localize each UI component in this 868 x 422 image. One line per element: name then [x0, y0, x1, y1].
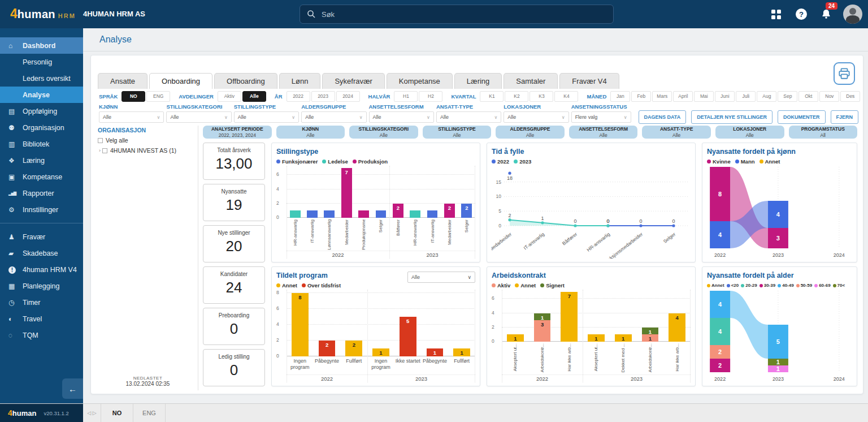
app-logo[interactable]: 4humanHRM: [10, 6, 76, 21]
filter-select[interactable]: Flere valg∨: [571, 111, 631, 123]
summary-chip-kj-nn[interactable]: KJØNNAlle: [276, 126, 345, 139]
x-axis-label: Medarbeider: [441, 219, 458, 250]
bar-value-label: 1: [427, 350, 444, 356]
org-node-checkbox[interactable]: [102, 148, 107, 153]
summary-chip-aldersgruppe[interactable]: ALDERSGRUPPEAlle: [496, 126, 565, 139]
language-tab-no[interactable]: NO: [101, 404, 133, 422]
legend-item: <20: [727, 283, 739, 288]
sidebar-item-travel[interactable]: ◐Travel: [0, 311, 83, 327]
tab-l-nn[interactable]: Lønn: [279, 73, 321, 89]
filter-select[interactable]: Alle∨: [504, 111, 568, 123]
filter-option-des[interactable]: Des: [840, 91, 860, 102]
filter-option-mai[interactable]: Mai: [694, 91, 714, 102]
sidebar-item-analyse[interactable]: Analyse: [0, 87, 83, 103]
summary-chip-lokasjoner[interactable]: LOKASJONERAlle: [715, 126, 784, 139]
select-all-row[interactable]: Velg alle: [98, 137, 198, 144]
filter-option-h2[interactable]: H2: [419, 91, 442, 102]
filter-select[interactable]: Alle∨: [436, 111, 501, 123]
filter-option-mars[interactable]: Mars: [652, 91, 672, 102]
filter-option-okt[interactable]: Okt: [798, 91, 818, 102]
button-dokumenter[interactable]: DOKUMENTER: [778, 110, 826, 124]
sidebar-item-skadebase[interactable]: ▰Skadebase: [0, 245, 83, 261]
tab-sykefrav-r[interactable]: Sykefravær: [322, 73, 384, 89]
sidebar-item-oppf-lging[interactable]: ▤Oppfølging: [0, 103, 83, 119]
sidebar-collapse-button[interactable]: ←: [62, 378, 83, 399]
expand-node-icon[interactable]: ›: [99, 148, 101, 153]
tab-l-ring[interactable]: Læring: [454, 73, 502, 89]
filter-option-aug[interactable]: Aug: [757, 91, 776, 102]
filter-option-2024[interactable]: 2024: [336, 91, 360, 102]
button-detaljer-nye-stillinger[interactable]: DETALJER NYE STILLINGER: [691, 110, 772, 124]
button-dagens-data[interactable]: DAGENS DATA: [639, 110, 687, 124]
sidebar-item-innstillinger[interactable]: ⚙Innstillinger: [0, 201, 83, 218]
filter-option-no[interactable]: NO: [121, 91, 145, 102]
filter-select[interactable]: Alle∨: [301, 111, 366, 123]
filter-option-eng[interactable]: ENG: [146, 91, 170, 102]
filter-option-nov[interactable]: Nov: [819, 91, 839, 102]
filter-option-jan[interactable]: Jan: [610, 91, 630, 102]
summary-chip-stillingskategori[interactable]: STILLINGSKATEGORIAlle: [349, 126, 418, 139]
filter-option-juni[interactable]: Juni: [715, 91, 735, 102]
chart-filter-select[interactable]: Alle∨: [407, 272, 475, 283]
tab-kompetanse[interactable]: Kompetanse: [387, 73, 453, 89]
print-button[interactable]: [834, 62, 855, 85]
sidebar-item-personlig[interactable]: Personlig: [0, 54, 83, 70]
filter-select[interactable]: Alle∨: [234, 111, 299, 123]
summary-chip-ansettelsesform[interactable]: ANSETTELSESFORMAlle: [569, 126, 638, 139]
search-bar[interactable]: [300, 5, 614, 24]
search-input[interactable]: [322, 10, 593, 19]
tab-onboarding[interactable]: Onboarding: [149, 73, 212, 89]
filter-option-h1[interactable]: H1: [394, 91, 418, 102]
sidebar-item-kompetanse[interactable]: ▣Kompetanse: [0, 169, 83, 185]
footer-brand: 4human v20.31.1.2: [0, 404, 83, 422]
data-point-label: 0: [606, 218, 609, 224]
tab-scroll-arrows[interactable]: ◁ ▷: [83, 404, 101, 422]
filter-select[interactable]: Alle∨: [166, 111, 231, 123]
sidebar-item-rapporter[interactable]: ▂▅▇Rapporter: [0, 185, 83, 201]
summary-chip-stillingstype[interactable]: STILLINGSTYPEAlle: [423, 126, 492, 139]
filter-option-feb[interactable]: Feb: [631, 91, 651, 102]
sidebar-item-organisasjon[interactable]: ⚉Organisasjon: [0, 119, 83, 136]
filter-option-2023[interactable]: 2023: [311, 91, 335, 102]
filter-select[interactable]: Alle∨: [99, 111, 164, 123]
sidebar-item-tqm[interactable]: ◌TQM: [0, 327, 83, 343]
tab-frav-r-v4[interactable]: Fravær V4: [559, 73, 619, 89]
sidebar-item-l-ring[interactable]: ❖Læring: [0, 152, 83, 169]
sidebar-item-frav-r[interactable]: ♟Fravær: [0, 229, 83, 245]
button-fjern[interactable]: FJERN: [831, 110, 859, 124]
filter-label: STILLINGSTYPE: [234, 104, 295, 110]
sidebar-item-timer[interactable]: ◷Timer: [0, 294, 83, 311]
tab-offboarding[interactable]: Offboarding: [214, 73, 277, 89]
apps-grid-icon[interactable]: [771, 10, 781, 19]
sidebar-item-4human-hrm-v4[interactable]: !4human HRM V4: [0, 261, 83, 278]
tab-ansatte[interactable]: Ansatte: [98, 73, 147, 89]
filter-option-k3[interactable]: K3: [530, 91, 553, 102]
bar-value-label: 2: [444, 205, 455, 211]
summary-chip-analysert-periode[interactable]: ANALYSERT PERIODE2022, 2023, 2024: [203, 126, 272, 139]
filter-option-2022[interactable]: 2022: [287, 91, 310, 102]
sidebar-item-leders-oversikt[interactable]: Leders oversikt: [0, 70, 83, 87]
summary-chip-ansatt-type[interactable]: ANSATT-TYPEAlle: [642, 126, 711, 139]
filter-option-k1[interactable]: K1: [480, 91, 504, 102]
filter-option-k2[interactable]: K2: [505, 91, 528, 102]
filter-option-aktiv[interactable]: Aktiv: [218, 91, 241, 102]
filter-option-juli[interactable]: Juli: [736, 91, 756, 102]
tab-samtaler[interactable]: Samtaler: [504, 73, 558, 89]
summary-chip-programstatus[interactable]: PROGRAMSTATUSAll: [789, 126, 858, 139]
notifications-bell-icon[interactable]: 24: [821, 8, 833, 20]
select-all-checkbox[interactable]: [98, 138, 103, 143]
filter-dropdown-lokasjoner: LOKASJONERAlle∨: [504, 104, 568, 124]
user-avatar[interactable]: [843, 5, 862, 24]
sidebar-item-planlegging[interactable]: ▦Planlegging: [0, 278, 83, 294]
filter-option-april[interactable]: April: [673, 91, 693, 102]
filter-option-sep[interactable]: Sep: [778, 91, 797, 102]
legend-dot: [796, 284, 800, 287]
language-tab-eng[interactable]: ENG: [133, 404, 166, 422]
filter-option-k4[interactable]: K4: [554, 91, 578, 102]
sidebar-item-dashbord[interactable]: ⌂Dashbord: [0, 37, 83, 54]
filter-option-alle[interactable]: Alle: [242, 91, 266, 102]
filter-select[interactable]: Alle∨: [369, 111, 434, 123]
org-node-row[interactable]: › 4HUMAN INVEST AS (1): [98, 147, 198, 154]
sidebar-item-bibliotek[interactable]: ▥Bibliotek: [0, 136, 83, 152]
help-icon[interactable]: ?: [796, 8, 807, 20]
